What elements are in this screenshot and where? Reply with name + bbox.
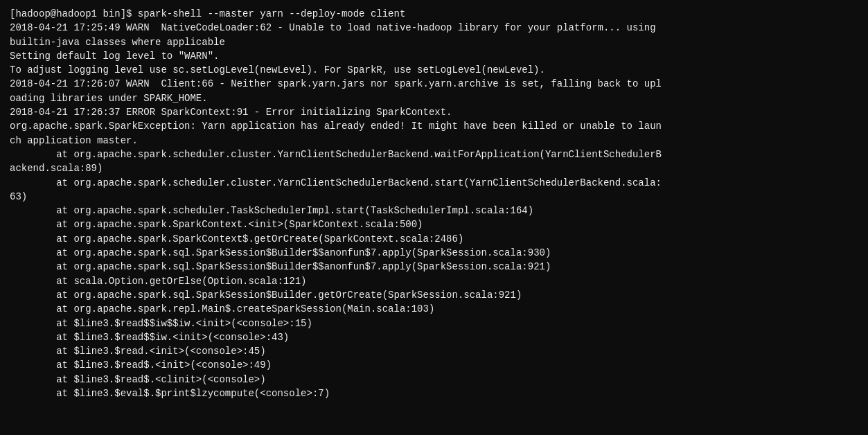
- terminal-line-18: at org.apache.spark.sql.SparkSession$Bui…: [10, 246, 858, 260]
- terminal-line-25: at $line3.$read.<init>(<console>:45): [10, 344, 858, 358]
- terminal-line-3: builtin-java classes where applicable: [10, 35, 858, 49]
- terminal-line-28: at $line3.$eval$.$print$lzycompute(<cons…: [10, 387, 858, 400]
- terminal-line-9: org.apache.spark.SparkException: Yarn ap…: [10, 119, 858, 133]
- terminal-line-7: oading libraries under SPARK_HOME.: [10, 91, 858, 105]
- terminal-output: [hadoop@hadoop1 bin]$ spark-shell --mast…: [10, 7, 858, 400]
- terminal-line-5: To adjust logging level use sc.setLogLev…: [10, 63, 858, 77]
- terminal-line-1: [hadoop@hadoop1 bin]$ spark-shell --mast…: [10, 7, 858, 21]
- terminal-line-4: Setting default log level to "WARN".: [10, 49, 858, 63]
- terminal-line-20: at scala.Option.getOrElse(Option.scala:1…: [10, 274, 858, 288]
- terminal-line-2: 2018-04-21 17:25:49 WARN NativeCodeLoade…: [10, 21, 858, 35]
- terminal-line-10: ch application master.: [10, 134, 858, 148]
- terminal-line-6: 2018-04-21 17:26:07 WARN Client:66 - Nei…: [10, 77, 858, 91]
- terminal-line-26: at $line3.$read$.<init>(<console>:49): [10, 358, 858, 372]
- terminal-line-14: 63): [10, 190, 858, 204]
- terminal-line-12: ackend.scala:89): [10, 161, 858, 175]
- terminal-line-15: at org.apache.spark.scheduler.TaskSchedu…: [10, 204, 858, 218]
- terminal-line-11: at org.apache.spark.scheduler.cluster.Ya…: [10, 148, 858, 161]
- terminal-line-19: at org.apache.spark.sql.SparkSession$Bui…: [10, 260, 858, 274]
- terminal-line-21: at org.apache.spark.sql.SparkSession$Bui…: [10, 288, 858, 302]
- terminal-line-13: at org.apache.spark.scheduler.cluster.Ya…: [10, 176, 858, 190]
- terminal-line-23: at $line3.$read$$iw$$iw.<init>(<console>…: [10, 317, 858, 330]
- terminal-window: [hadoop@hadoop1 bin]$ spark-shell --mast…: [0, 0, 868, 435]
- terminal-line-17: at org.apache.spark.SparkContext$.getOrC…: [10, 232, 858, 246]
- terminal-line-27: at $line3.$read$.<clinit>(<console>): [10, 373, 858, 387]
- terminal-line-24: at $line3.$read$$iw.<init>(<console>:43): [10, 330, 858, 344]
- terminal-line-16: at org.apache.spark.SparkContext.<init>(…: [10, 218, 858, 231]
- terminal-line-8: 2018-04-21 17:26:37 ERROR SparkContext:9…: [10, 105, 858, 119]
- terminal-line-22: at org.apache.spark.repl.Main$.createSpa…: [10, 302, 858, 316]
